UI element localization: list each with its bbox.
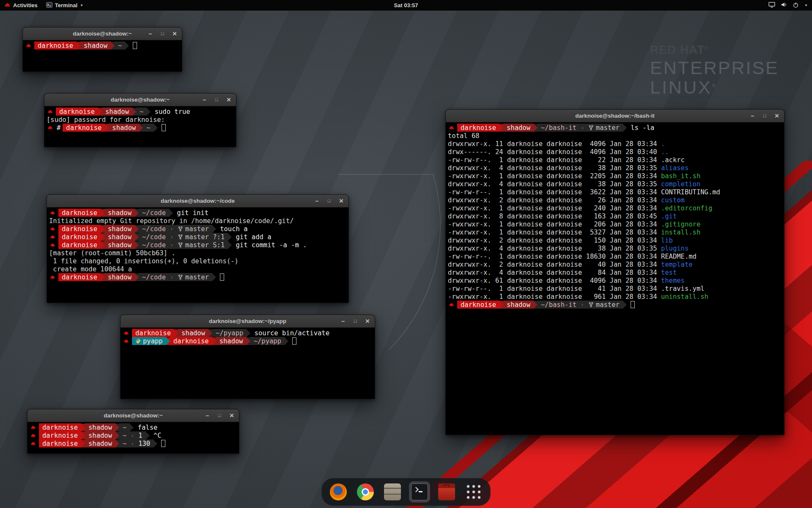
prompt-segment: shadow <box>102 108 132 116</box>
maximize-button[interactable]: □ <box>352 318 358 325</box>
powerline-separator <box>169 209 173 217</box>
command-text: git commit -a -m . <box>232 241 307 249</box>
terminal-content[interactable]: darknoiseshadow~/pyapp source bin/activa… <box>121 328 375 399</box>
terminal-app-icon <box>411 483 428 500</box>
terminal-output-line: [sudo] password for darknoise: <box>47 116 234 124</box>
hat-icon <box>30 439 39 447</box>
window-titlebar[interactable]: darknoise@shadow:~/bash-it−□× <box>446 110 784 122</box>
minimize-button[interactable]: − <box>314 198 320 204</box>
prompt-segment: shadow <box>104 225 135 233</box>
system-tray[interactable]: ▾ <box>768 0 812 11</box>
top-bar-left: Activities Terminal ▾ <box>0 0 87 11</box>
hat-icon <box>123 329 132 337</box>
terminal-prompt-line: darknoiseshadow~›130 <box>30 439 237 447</box>
minimize-button[interactable]: − <box>749 113 755 119</box>
window-title: darknoise@shadow:~/pyapp <box>209 318 286 324</box>
toolbox-icon <box>438 483 455 500</box>
powerline-separator <box>247 329 250 337</box>
powerline-separator <box>98 108 102 116</box>
powerline-separator <box>247 337 250 345</box>
terminal-content[interactable]: darknoiseshadow~/code git initInitialize… <box>47 207 348 303</box>
close-button[interactable]: × <box>338 198 344 204</box>
minimize-button[interactable]: − <box>340 318 346 325</box>
prompt-segment: shadow <box>216 337 247 345</box>
powerline-separator <box>146 432 150 439</box>
ls-entry-name: aliases <box>661 164 689 172</box>
hat-icon <box>448 124 457 132</box>
terminal-prompt-line: darknoiseshadow~/code›master S:1 git com… <box>49 241 346 249</box>
command-text: sudo true <box>151 108 190 116</box>
close-button[interactable]: × <box>774 113 780 119</box>
app-grid-icon <box>465 483 482 500</box>
dock-item-toolbox[interactable] <box>436 481 457 502</box>
close-button[interactable]: × <box>365 318 370 325</box>
powerline-separator <box>135 233 139 241</box>
prompt-segment: shadow <box>104 209 135 217</box>
window-titlebar[interactable]: darknoise@shadow:~/pyapp−□× <box>121 315 375 328</box>
ls-entry-name: test <box>661 269 677 276</box>
prompt-segment-python: pyapp <box>132 337 166 345</box>
prompt-symbol: # <box>56 124 63 132</box>
ls-entry-meta: drwx------. 24 darknoise darknoise 4096 … <box>448 148 661 156</box>
prompt-segment: darknoise <box>58 273 101 281</box>
minimize-button[interactable]: − <box>201 97 207 103</box>
close-button[interactable]: × <box>226 97 232 103</box>
maximize-button[interactable]: □ <box>159 30 165 37</box>
terminal-content[interactable]: darknoiseshadow~/bash-it›master ls -lato… <box>446 122 784 435</box>
maximize-button[interactable]: □ <box>217 412 222 419</box>
maximize-button[interactable]: □ <box>214 97 219 103</box>
dock-item-firefox[interactable] <box>328 481 349 502</box>
ls-entry-name: CONTRIBUTING.md <box>661 188 720 196</box>
maximize-button[interactable]: □ <box>326 198 332 204</box>
maximize-button[interactable]: □ <box>762 113 768 119</box>
ls-entry-meta: -rwxrwxr-x. 1 darknoise darknoise 961 Ja… <box>448 293 661 301</box>
activities-button[interactable]: Activities <box>0 0 42 11</box>
window-titlebar[interactable]: darknoise@shadow:~−□× <box>27 409 239 422</box>
terminal-content[interactable]: darknoiseshadow~ falsedarknoiseshadow~›1… <box>27 422 239 453</box>
window-titlebar[interactable]: darknoise@shadow:~−□× <box>44 94 236 106</box>
terminal-icon <box>46 2 52 9</box>
close-button[interactable]: × <box>229 412 235 419</box>
close-button[interactable]: × <box>172 30 178 37</box>
ls-entry-line: drwxrwxr-x. 2 darknoise darknoise 40 Jan… <box>448 260 782 268</box>
powerline-separator <box>81 432 85 439</box>
dock-item-terminal[interactable] <box>409 481 430 502</box>
ls-entry-meta: -rwxrwxr-x. 1 darknoise darknoise 2205 J… <box>448 172 661 180</box>
dock-item-app-grid[interactable] <box>463 481 484 502</box>
command-text: git init <box>173 209 208 217</box>
powerline-separator <box>125 42 129 50</box>
ls-entry-name: .. <box>661 148 669 156</box>
ls-entry-line: -rwxrwxr-x. 1 darknoise darknoise 5327 J… <box>448 228 782 236</box>
command-text: git add a <box>232 233 271 241</box>
terminal-output-line: create mode 100644 a <box>49 265 346 273</box>
hat-icon <box>47 108 56 116</box>
prompt-segment: ~ <box>119 423 130 431</box>
minimize-button[interactable]: − <box>147 30 153 37</box>
clock[interactable]: Sat 03:57 <box>394 2 418 8</box>
app-menu-button[interactable]: Terminal ▾ <box>42 0 87 11</box>
powerline-separator <box>101 241 104 249</box>
terminal-content[interactable]: darknoiseshadow~ sudo true[sudo] passwor… <box>44 106 236 147</box>
redhat-logo-icon <box>4 2 11 9</box>
window-titlebar[interactable]: darknoise@shadow:~/code−□× <box>47 195 348 207</box>
dock-item-files[interactable] <box>382 481 403 502</box>
dock-item-chrome[interactable] <box>355 481 376 502</box>
minimize-button[interactable]: − <box>204 412 210 419</box>
window-titlebar[interactable]: darknoise@shadow:~−□× <box>23 28 182 40</box>
brand-redhat: RED HAT® <box>650 44 779 56</box>
terminal-prompt-line: darknoiseshadow~/code›master ?:1 git add… <box>49 233 346 241</box>
terminal-content[interactable]: darknoiseshadow~ <box>23 40 182 72</box>
terminal-prompt-line: #darknoiseshadow~ <box>47 124 234 132</box>
ls-entry-line: -rw-rw-r--. 1 darknoise darknoise 22 Jan… <box>448 156 782 164</box>
prompt-segment: shadow <box>85 439 115 447</box>
terminal-prompt-line: darknoiseshadow~/pyapp source bin/activa… <box>123 329 373 337</box>
prompt-segment: darknoise <box>457 301 499 309</box>
hat-icon <box>25 41 34 50</box>
powerline-separator <box>130 424 134 431</box>
ls-entry-name: install.sh <box>661 229 700 236</box>
prompt-segment: shadow <box>104 273 135 281</box>
prompt-segment: darknoise <box>58 241 101 249</box>
ls-entry-meta: drwxrwxr-x. 2 darknoise darknoise 26 Jan… <box>448 196 661 204</box>
dock <box>321 478 491 506</box>
window-controls: −□× <box>201 94 232 106</box>
